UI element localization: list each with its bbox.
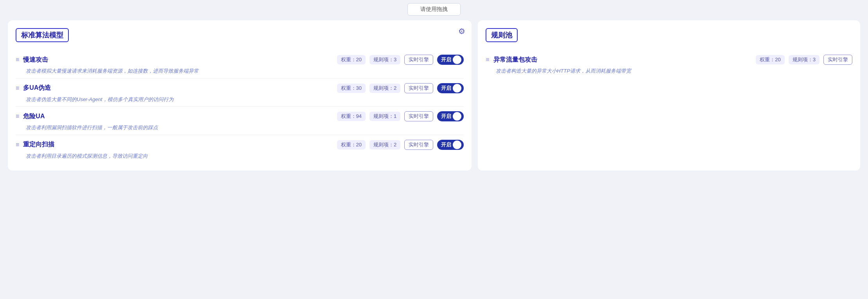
- left-rule-item: ≡ 重定向扫描 权重：20 规则项：2 实时引擎 开启 攻击者利用目录遍历的模式…: [16, 135, 464, 163]
- rules-count-badge: 规则项：2: [369, 140, 400, 150]
- rule-name: 危险UA: [23, 112, 54, 121]
- rule-name: 慢速攻击: [23, 56, 54, 64]
- rule-description: 攻击者构造大量的异常大小HTTP请求，从而消耗服务端带宽: [486, 67, 852, 75]
- rule-description: 攻击者模拟大量慢速请求来消耗服务端资源，如连接数，进而导致服务端异常: [16, 67, 464, 75]
- right-panel: 规则池 ≡ 异常流量包攻击 权重：20 规则项：3 实时引擎 攻击者构造大量的异…: [478, 20, 860, 171]
- weight-badge: 权重：30: [337, 84, 366, 93]
- left-rules-list: ≡ 慢速攻击 权重：20 规则项：3 实时引擎 开启 攻击者模拟大量慢速请求来消…: [16, 50, 464, 163]
- left-rule-item: ≡ 多UA伪造 权重：30 规则项：2 实时引擎 开启 攻击者伪造大量不同的Us…: [16, 78, 464, 107]
- weight-badge: 权重：94: [337, 112, 366, 121]
- weight-badge: 权重：20: [756, 55, 784, 64]
- engine-button[interactable]: 实时引擎: [404, 140, 433, 150]
- left-panel: 标准算法模型 ⚙ ≡ 慢速攻击 权重：20 规则项：3 实时引擎 开启 攻击者模…: [8, 20, 472, 171]
- toggle-knob: [453, 55, 461, 64]
- rules-count-badge: 规则项：3: [369, 55, 400, 64]
- right-panel-title: 规则池: [491, 31, 512, 39]
- toggle-knob: [453, 84, 461, 93]
- gear-icon[interactable]: ⚙: [458, 27, 465, 36]
- drag-handle-icon[interactable]: ≡: [16, 141, 19, 148]
- weight-badge: 权重：20: [337, 55, 366, 64]
- left-rule-item: ≡ 危险UA 权重：94 规则项：1 实时引擎 开启 攻击者利用漏洞扫描软件进行…: [16, 107, 464, 135]
- rules-count-badge: 规则项：3: [789, 55, 820, 64]
- engine-button[interactable]: 实时引擎: [404, 55, 433, 65]
- drag-handle-icon[interactable]: ≡: [16, 56, 19, 63]
- rule-name: 重定向扫描: [23, 141, 54, 149]
- toggle-label: 开启: [441, 56, 451, 63]
- rule-description: 攻击者利用目录遍历的模式探测信息，导致访问重定向: [16, 152, 464, 160]
- drag-handle-icon[interactable]: ≡: [486, 56, 489, 63]
- toggle-knob: [453, 112, 461, 121]
- right-rules-list: ≡ 异常流量包攻击 权重：20 规则项：3 实时引擎 攻击者构造大量的异常大小H…: [486, 50, 852, 78]
- toggle-label: 开启: [441, 85, 451, 92]
- drag-handle-icon[interactable]: ≡: [16, 113, 19, 120]
- engine-button[interactable]: 实时引擎: [823, 55, 852, 65]
- engine-button[interactable]: 实时引擎: [404, 83, 433, 93]
- toggle-switch[interactable]: 开启: [437, 111, 464, 121]
- toggle-switch[interactable]: 开启: [437, 83, 464, 93]
- toggle-switch[interactable]: 开启: [437, 140, 464, 150]
- right-rule-item: ≡ 异常流量包攻击 权重：20 规则项：3 实时引擎 攻击者构造大量的异常大小H…: [486, 50, 852, 78]
- rule-name: 异常流量包攻击: [493, 56, 537, 64]
- toggle-knob: [453, 141, 461, 149]
- left-panel-title-box: 标准算法模型: [16, 28, 69, 42]
- left-panel-title: 标准算法模型: [21, 31, 63, 39]
- rule-description: 攻击者伪造大量不同的User-Agent，模仿多个真实用户的访问行为: [16, 96, 464, 103]
- toggle-switch[interactable]: 开启: [437, 55, 464, 65]
- toggle-label: 开启: [441, 113, 451, 120]
- rule-description: 攻击者利用漏洞扫描软件进行扫描，一般属于攻击前的踩点: [16, 124, 464, 132]
- engine-button[interactable]: 实时引擎: [404, 111, 433, 121]
- toggle-label: 开启: [441, 141, 451, 148]
- weight-badge: 权重：20: [337, 140, 366, 150]
- left-rule-item: ≡ 慢速攻击 权重：20 规则项：3 实时引擎 开启 攻击者模拟大量慢速请求来消…: [16, 50, 464, 78]
- right-panel-title-box: 规则池: [486, 28, 518, 42]
- rules-count-badge: 规则项：2: [369, 84, 400, 93]
- rules-count-badge: 规则项：1: [369, 112, 400, 121]
- rule-name: 多UA伪造: [23, 84, 54, 92]
- drag-hint: 请使用拖拽: [407, 3, 461, 16]
- drag-handle-icon[interactable]: ≡: [16, 85, 19, 92]
